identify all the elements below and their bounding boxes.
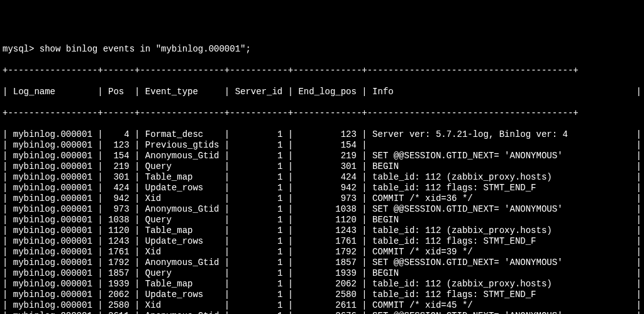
- cell-server-id: 1: [230, 225, 287, 236]
- cell-info: SET @@SESSION.GTID_NEXT= 'ANONYMOUS': [367, 204, 636, 215]
- pipe: |: [3, 87, 8, 97]
- cell-info: BEGIN: [367, 268, 636, 279]
- table-row: |mybinlog.000001|2611|Anonymous_Gtid|1|2…: [3, 311, 641, 314]
- pipe: |: [362, 215, 367, 225]
- pipe: |: [135, 279, 140, 290]
- pipe: |: [636, 140, 641, 151]
- cell-pos: 123: [103, 140, 135, 151]
- cell-event-type: Query: [140, 268, 224, 279]
- pipe: |: [288, 183, 293, 193]
- pipe: |: [3, 183, 8, 193]
- table-border-top: +-----------------+------+--------------…: [3, 65, 641, 76]
- cell-server-id: 1: [230, 247, 287, 257]
- pipe: |: [636, 300, 641, 311]
- cell-info: [367, 140, 636, 151]
- cell-info: SET @@SESSION.GTID_NEXT= 'ANONYMOUS': [367, 151, 636, 161]
- pipe: |: [3, 279, 8, 290]
- pipe: |: [97, 129, 103, 140]
- cell-event-type: Anonymous_Gtid: [140, 204, 224, 215]
- pipe: |: [288, 140, 293, 151]
- cell-server-id: 1: [230, 236, 287, 247]
- pipe: |: [3, 193, 8, 204]
- cell-server-id: 1: [230, 172, 287, 183]
- pipe: |: [97, 300, 103, 311]
- pipe: |: [288, 290, 293, 300]
- cell-info: COMMIT /* xid=39 */: [367, 247, 636, 257]
- pipe: |: [636, 215, 641, 225]
- table-row: |mybinlog.000001|219|Query|1|301|BEGIN|: [3, 161, 641, 172]
- pipe: |: [225, 236, 230, 247]
- cell-server-id: 1: [230, 129, 287, 140]
- cell-pos: 942: [103, 193, 135, 204]
- pipe: |: [135, 87, 140, 97]
- cell-end-log-pos: 424: [293, 172, 362, 183]
- pipe: |: [288, 279, 293, 290]
- pipe: |: [636, 257, 641, 268]
- cell-event-type: Table_map: [140, 279, 224, 290]
- pipe: |: [97, 257, 103, 268]
- cell-info: table_id: 112 (zabbix_proxy.hosts): [367, 225, 636, 236]
- cell-event-type: Update_rows: [140, 183, 224, 193]
- pipe: |: [636, 183, 641, 193]
- pipe: |: [135, 193, 140, 204]
- pipe: |: [135, 183, 140, 193]
- pipe: |: [288, 236, 293, 247]
- pipe: |: [135, 290, 140, 300]
- cell-end-log-pos: 973: [293, 193, 362, 204]
- cell-log-name: mybinlog.000001: [8, 300, 97, 311]
- pipe: |: [288, 257, 293, 268]
- pipe: |: [636, 87, 641, 97]
- cell-end-log-pos: 1243: [293, 225, 362, 236]
- pipe: |: [97, 236, 103, 247]
- pipe: |: [135, 225, 140, 236]
- col-header-event-type: Event_type: [140, 87, 224, 97]
- cell-server-id: 1: [230, 257, 287, 268]
- pipe: |: [225, 204, 230, 215]
- pipe: |: [288, 193, 293, 204]
- table-row: |mybinlog.000001|123|Previous_gtids|1|15…: [3, 140, 641, 151]
- cell-log-name: mybinlog.000001: [8, 183, 97, 193]
- cell-end-log-pos: 1857: [293, 257, 362, 268]
- pipe: |: [288, 268, 293, 279]
- cell-server-id: 1: [230, 300, 287, 311]
- cell-server-id: 1: [230, 140, 287, 151]
- cell-pos: 1792: [103, 257, 135, 268]
- cell-end-log-pos: 154: [293, 140, 362, 151]
- pipe: |: [636, 193, 641, 204]
- pipe: |: [225, 247, 230, 257]
- pipe: |: [225, 140, 230, 151]
- pipe: |: [288, 151, 293, 161]
- pipe: |: [636, 172, 641, 183]
- cell-pos: 4: [103, 129, 135, 140]
- cell-log-name: mybinlog.000001: [8, 290, 97, 300]
- pipe: |: [225, 225, 230, 236]
- pipe: |: [636, 151, 641, 161]
- pipe: |: [636, 236, 641, 247]
- pipe: |: [362, 268, 367, 279]
- pipe: |: [225, 151, 230, 161]
- pipe: |: [3, 236, 8, 247]
- cell-pos: 301: [103, 172, 135, 183]
- cell-server-id: 1: [230, 151, 287, 161]
- cell-event-type: Query: [140, 161, 224, 172]
- cell-info: table_id: 112 (zabbix_proxy.hosts): [367, 172, 636, 183]
- pipe: |: [3, 268, 8, 279]
- cell-end-log-pos: 1120: [293, 215, 362, 225]
- cell-server-id: 1: [230, 311, 287, 314]
- table-row: |mybinlog.000001|1038|Query|1|1120|BEGIN…: [3, 215, 641, 225]
- pipe: |: [3, 247, 8, 257]
- cell-server-id: 1: [230, 161, 287, 172]
- table-row: |mybinlog.000001|2580|Xid|1|2611|COMMIT …: [3, 300, 641, 311]
- pipe: |: [135, 311, 140, 314]
- cell-pos: 2062: [103, 290, 135, 300]
- table-row: |mybinlog.000001|1857|Query|1|1939|BEGIN…: [3, 268, 641, 279]
- table-row: |mybinlog.000001|1761|Xid|1|1792|COMMIT …: [3, 247, 641, 257]
- pipe: |: [362, 311, 367, 314]
- cell-end-log-pos: 2676: [293, 311, 362, 314]
- pipe: |: [288, 204, 293, 215]
- cell-pos: 1761: [103, 247, 135, 257]
- cell-pos: 1038: [103, 215, 135, 225]
- cell-log-name: mybinlog.000001: [8, 151, 97, 161]
- cell-event-type: Anonymous_Gtid: [140, 151, 224, 161]
- pipe: |: [288, 300, 293, 311]
